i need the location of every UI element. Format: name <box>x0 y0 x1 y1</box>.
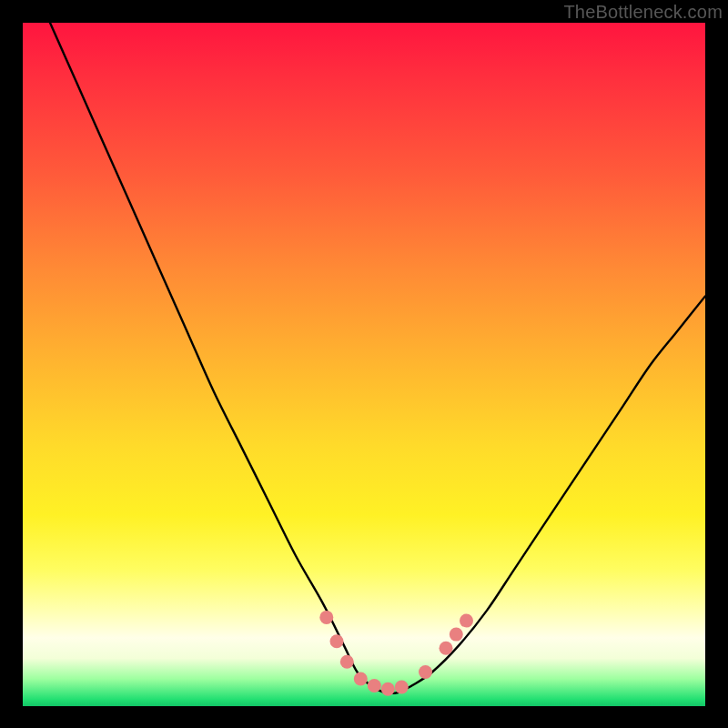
curve-marker <box>419 665 432 679</box>
curve-marker <box>368 679 381 693</box>
curve-marker <box>395 681 409 694</box>
attribution-watermark: TheBottleneck.com <box>563 2 723 23</box>
bottleneck-curve <box>23 23 705 706</box>
curve-marker <box>319 611 333 624</box>
chart-frame: TheBottleneck.com <box>0 0 728 728</box>
curve-marker <box>460 614 473 628</box>
curve-marker <box>440 642 453 655</box>
plot-area <box>23 23 705 706</box>
curve-marker <box>450 628 463 642</box>
curve-marker <box>340 655 354 669</box>
curve-path <box>50 23 705 693</box>
curve-marker <box>354 672 368 686</box>
curve-markers <box>319 611 473 696</box>
curve-marker <box>330 634 344 648</box>
curve-marker <box>381 682 395 696</box>
